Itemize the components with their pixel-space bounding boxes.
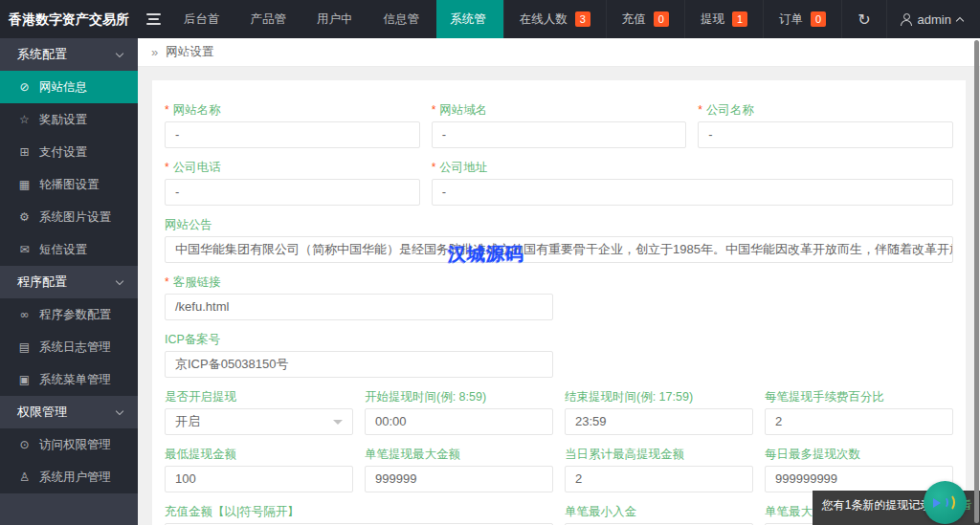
form-field: 单笔提现最大金额999999	[365, 448, 553, 492]
scrollbar-thumb[interactable]	[974, 40, 979, 523]
form-field: 结束提现时间(例: 17:59)23:59	[565, 390, 753, 435]
sidebar-item-0-4[interactable]: ⚙系统图片设置	[0, 201, 138, 233]
form-field: 每日最多提现次数999999999	[765, 448, 953, 492]
input-value: 00:00	[375, 414, 407, 428]
sidebar-section-header[interactable]: 系统配置	[0, 38, 138, 71]
form-field: *网站名称-	[165, 103, 420, 148]
required-asterisk: *	[165, 161, 169, 174]
stat-label: 在线人数	[520, 11, 568, 28]
field-label-text: 最低提现金额	[165, 448, 236, 461]
required-asterisk: *	[165, 275, 169, 289]
form-field: *公司电话-	[165, 161, 420, 206]
header-stat-0[interactable]: 在线人数3	[503, 0, 606, 38]
payment-settings-icon: ⊞	[17, 145, 32, 159]
app-logo: 香港数字资产交易所	[0, 0, 138, 38]
text-input[interactable]: 999999999	[765, 466, 953, 492]
access-permission-icon: ⊙	[17, 438, 32, 451]
sidebar-section-label: 系统配置	[17, 46, 67, 63]
toast-text: 您有1条新的提现记录,	[822, 498, 935, 512]
field-label: 网站公告	[165, 218, 953, 232]
field-label: ICP备案号	[165, 333, 553, 347]
sidebar-section-header[interactable]: 程序配置	[0, 266, 138, 298]
input-value: 京ICP备05038150号	[175, 357, 289, 371]
chevron-down-icon	[116, 276, 123, 284]
field-label: *公司地址	[432, 161, 953, 175]
system-log-icon: ▤	[17, 340, 32, 354]
text-input[interactable]: -	[432, 121, 687, 148]
text-input[interactable]: -	[432, 179, 953, 206]
text-input[interactable]: -	[698, 121, 953, 148]
system-user-icon: ♙	[17, 470, 32, 484]
nav-tab-2[interactable]: 用户中心	[303, 0, 370, 38]
field-label: 单笔最小入金	[565, 505, 753, 519]
main-content: » 网站设置 *网站名称-*网站域名-*公司名称-*公司电话-*公司地址-网站公…	[138, 38, 980, 525]
field-label: 是否开启提现	[165, 390, 353, 405]
user-menu[interactable]: admin	[886, 0, 980, 38]
form-field: 是否开启提现开启	[165, 390, 353, 435]
breadcrumb: » 网站设置	[138, 38, 980, 67]
input-value: 999999999	[775, 471, 837, 486]
sidebar-item-2-1[interactable]: ♙系统用户管理	[0, 461, 138, 493]
text-input[interactable]: 中国华能集团有限公司（简称中国华能）是经国务院批准成立的国有重要骨干企业，创立于…	[165, 236, 953, 263]
field-label: *网站名称	[165, 103, 420, 118]
sidebar-item-0-5[interactable]: ✉短信设置	[0, 233, 138, 266]
text-input[interactable]: 京ICP备05038150号	[165, 351, 553, 378]
field-label: *客服链接	[165, 275, 553, 290]
field-label-text: 网站名称	[173, 103, 221, 117]
text-input[interactable]: -	[165, 121, 420, 148]
nav-tab-3[interactable]: 信息管理	[370, 0, 437, 38]
text-input[interactable]: 2	[765, 408, 953, 435]
text-input[interactable]: 100	[165, 466, 353, 492]
sidebar-item-label: 程序参数配置	[39, 307, 111, 323]
sound-notification-button[interactable]	[924, 481, 967, 524]
sidebar-section-header[interactable]: 权限管理	[0, 396, 138, 428]
nav-tab-4[interactable]: 系统管理	[436, 0, 503, 38]
form-row: *客服链接/kefu.html	[165, 275, 953, 320]
field-label-text: 开始提现时间(例: 8:59)	[365, 390, 486, 404]
text-input[interactable]: -	[165, 179, 420, 206]
reward-settings-icon: ☆	[17, 113, 32, 126]
select-field[interactable]: 开启	[165, 408, 353, 435]
sidebar-item-0-3[interactable]: ▦轮播图设置	[0, 168, 138, 201]
field-label: 充值金额【以|符号隔开】	[165, 505, 553, 519]
field-label-text: 公司地址	[439, 161, 487, 174]
input-value: 100	[175, 471, 196, 486]
field-label-text: 每笔提现手续费百分比	[765, 390, 884, 404]
field-label: 每笔提现手续费百分比	[765, 390, 953, 405]
refresh-button[interactable]: ↻	[841, 0, 885, 38]
text-input[interactable]: /kefu.html	[165, 294, 553, 320]
nav-tab-1[interactable]: 产品管理	[236, 0, 303, 38]
sidebar-item-label: 奖励设置	[39, 112, 87, 128]
form-field: *网站域名-	[432, 103, 687, 148]
sidebar-item-0-1[interactable]: ☆奖励设置	[0, 103, 138, 136]
header-stat-3[interactable]: 订单0	[763, 0, 841, 38]
text-input[interactable]: 23:59	[565, 408, 753, 435]
input-value: -	[442, 185, 446, 199]
input-value: -	[175, 185, 179, 199]
sidebar-item-label: 系统日志管理	[39, 339, 111, 356]
field-label-text: 是否开启提现	[165, 390, 236, 404]
header-stat-1[interactable]: 充值0	[606, 0, 684, 38]
menu-toggle-button[interactable]	[138, 0, 170, 38]
field-label-text: 公司电话	[173, 161, 221, 174]
field-label-text: 客服链接	[173, 275, 221, 289]
nav-tab-0[interactable]: 后台首页	[170, 0, 237, 38]
sidebar-item-label: 短信设置	[39, 242, 87, 258]
text-input[interactable]: 999999	[365, 466, 553, 492]
text-input[interactable]: 2	[565, 466, 753, 492]
sidebar-item-2-0[interactable]: ⊙访问权限管理	[0, 428, 138, 461]
header-stat-2[interactable]: 提现1	[684, 0, 763, 38]
chevron-up-icon	[956, 16, 964, 24]
input-value: 23:59	[575, 414, 607, 428]
sidebar-item-1-0[interactable]: ∞程序参数配置	[0, 298, 138, 331]
sidebar-item-1-2[interactable]: ▣系统菜单管理	[0, 363, 138, 396]
text-input[interactable]: 00:00	[365, 408, 553, 435]
input-value: -	[442, 127, 446, 142]
user-icon	[901, 13, 912, 26]
field-label: 当日累计最高提现金额	[565, 448, 753, 462]
sidebar-item-0-0[interactable]: ⊘网站信息	[0, 71, 138, 103]
sidebar-item-1-1[interactable]: ▤系统日志管理	[0, 331, 138, 363]
input-value: 2	[575, 471, 582, 486]
sidebar-item-0-2[interactable]: ⊞支付设置	[0, 136, 138, 168]
form-row: 网站公告中国华能集团有限公司（简称中国华能）是经国务院批准成立的国有重要骨干企业…	[165, 218, 953, 263]
